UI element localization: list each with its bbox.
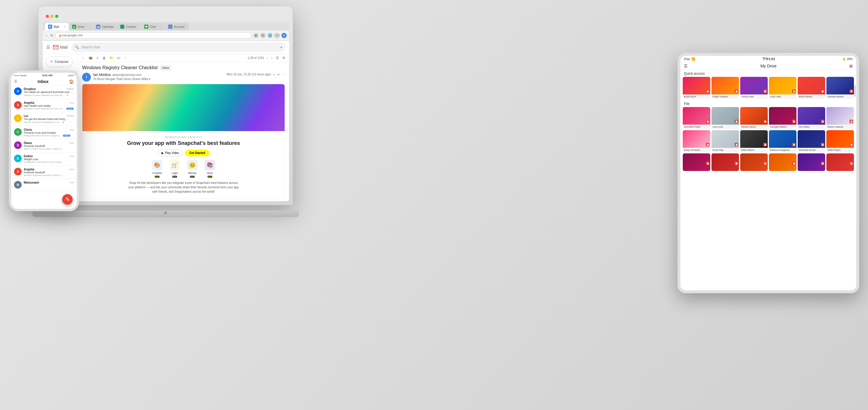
phone-email-top-a2: Angelia Sun [24, 168, 74, 171]
file-card-roger-graham[interactable]: 📄 Roger Graham [711, 77, 739, 99]
star-dropbox[interactable]: ★ [66, 93, 69, 97]
phone-email-item-liu[interactable]: L Liu 3月9日 You get the domain hotel and … [11, 112, 77, 126]
file-card-daisy[interactable]: 📄 Daisy Schwartz [683, 130, 710, 152]
phone: •••••• Carrier 9:41 AM 100% ☰ Inbox 🏠 D … [9, 70, 79, 211]
gmail-menu-icon[interactable]: ☰ [46, 45, 50, 50]
phone-menu-icon[interactable]: ☰ [14, 80, 17, 84]
browser-toolbar: ← ↻ 🔒 mail.google.com ★ ↻ 🌐 ⋮⋮⋮ U [43, 30, 289, 40]
phone-compose-button[interactable]: ✎ [62, 194, 73, 205]
phone-date-diana: Sun [70, 142, 74, 144]
phone-email-item-dropbox[interactable]: D Dropbox 3月9日 You obtain an advanced Ev… [11, 85, 77, 99]
get-started-btn[interactable]: Get Started [185, 150, 209, 156]
gmail-search-box[interactable]: 🔍 Search mail ▾ [71, 42, 285, 52]
minimize-button[interactable] [51, 14, 54, 18]
tab-mail-close[interactable]: × [64, 25, 66, 28]
phone-subject-angelia2: Prevents Dandruff [24, 171, 74, 174]
close-button[interactable] [46, 14, 49, 18]
star-btn[interactable]: ☆ [273, 73, 276, 77]
file-card-rachel[interactable]: 📄 Rachel Garza [740, 107, 768, 129]
file-name-belle: Belle Nelson [740, 148, 768, 152]
file-card-henrietta[interactable]: 📄 Henrietta Fisher [683, 107, 710, 129]
compose-button[interactable]: + Compose [46, 56, 73, 67]
lock-icon: 🔒 [58, 34, 62, 37]
file-card-georgia[interactable]: 📄 Georgia Walters [769, 107, 797, 129]
file-card-row4d[interactable]: 📄 [769, 153, 797, 171]
phone-email-item-angelia2[interactable]: A Angelia Sun Prevents Dandruff Another … [11, 166, 77, 179]
next-email-btn[interactable]: › [270, 55, 273, 61]
phone-email-item-angelia1[interactable]: A Angelia Sun Hair Health and Vitality R… [11, 99, 77, 112]
file-card-sallie[interactable]: 📄 Sallie Reyes [826, 130, 854, 152]
reload-button[interactable]: ↻ [51, 33, 53, 37]
phone-home-icon[interactable]: 🏠 [69, 79, 74, 84]
file-card-trevor-ortiz[interactable]: 📄 Trevor Ortiz [740, 77, 768, 99]
tab-drive-label: Drive [78, 25, 85, 28]
email-thread: Windows Registry Cleaner Checklist Inbox… [78, 62, 289, 201]
back-button[interactable]: ← [45, 33, 49, 37]
reply-btn[interactable]: ↩ [277, 73, 280, 77]
file-card-marion[interactable]: 📄 Marion Salazar [826, 107, 854, 129]
tab-contact[interactable]: 👤 Contact [117, 23, 141, 30]
apps-icon[interactable]: ⋮⋮⋮ [274, 33, 280, 38]
phone-email-item-diana[interactable]: D Diana Sun Prevents Dandruff water is t… [11, 139, 77, 152]
tablet-grid-icon[interactable]: ⊞ [849, 64, 853, 68]
file-card-rebecca[interactable]: 📄 Rebecca Singleton [769, 130, 797, 152]
more-btn[interactable]: ⋮ [123, 55, 128, 61]
file-name-roxie: Roxie Ray [711, 148, 739, 152]
file-card-row4c[interactable]: 📄 [740, 153, 768, 171]
tablet-scrollbar[interactable] [855, 85, 856, 97]
play-video-btn[interactable]: ▶ Play Video [158, 150, 183, 156]
phone-sender-liu: Liu [24, 114, 28, 118]
phone-email-content-diana: Diana Sun Prevents Dandruff water is tha… [24, 141, 74, 150]
bookmark-icon[interactable]: ★ [253, 33, 258, 38]
phone-email-item-esther[interactable]: E Esther Sun Weight Loss metabolism, whi… [11, 152, 77, 166]
move-btn[interactable]: 📁 [108, 55, 114, 61]
file-card-ora[interactable]: 📄 Ora Gibbs [798, 107, 825, 129]
address-bar[interactable]: 🔒 mail.google.com [55, 32, 251, 39]
file-card-bryan-bush[interactable]: 📄 Bryan Bush [683, 77, 710, 99]
file-card-row4b[interactable]: 📄 [711, 153, 739, 171]
snap-feature-login: 🛒 Login KIT [169, 160, 180, 178]
tab-chat[interactable]: 💬 Chat [141, 23, 165, 30]
file-card-gertrude[interactable]: 📄 Gertrude Munoz [798, 130, 825, 152]
tab-account[interactable]: 🔒 Account [165, 23, 189, 30]
archive-btn[interactable]: 📦 [88, 55, 94, 61]
more-actions-btn[interactable]: ⋮ [282, 73, 285, 77]
file-card-belle[interactable]: 📄 Belle Nelson [740, 130, 768, 152]
star-liu[interactable]: ★ [62, 120, 64, 124]
phone-email-item-cloris[interactable]: C Cloris Sun Prevents Acne and Pimples R… [11, 126, 77, 139]
snap-promo-email: INTRODUCING SNAP KIT Grow your app with … [82, 84, 285, 201]
prev-email-btn[interactable]: ‹ [266, 55, 269, 61]
file-card-elmer-brown[interactable]: 📄 Elmer Brown [798, 77, 825, 99]
to-dropdown-icon[interactable]: ▾ [149, 78, 150, 81]
maximize-button[interactable] [55, 14, 58, 18]
file-card-row4f[interactable]: 📄 [826, 153, 854, 171]
file-name-leon: Leon Little [769, 94, 797, 99]
phone-date-esther: Sun [70, 155, 74, 157]
file-card-row4e[interactable]: 📄 [798, 153, 825, 171]
tablet-menu-icon[interactable]: ☰ [684, 64, 688, 68]
settings-btn[interactable]: ⚙ [281, 55, 286, 61]
file-card-row4a[interactable]: 📄 [683, 153, 710, 171]
file-card-roxie[interactable]: 📄 Roxie Ray [711, 130, 739, 152]
tab-drive[interactable]: ▲ Drive [69, 23, 93, 30]
file-card-leon-little[interactable]: 📄 Leon Little [769, 77, 797, 99]
delete-btn[interactable]: 🗑 [102, 55, 107, 61]
pdf-badge-rebecca: 📄 [792, 143, 796, 146]
phone-email-item-matsunami[interactable]: M Matsunami Sun [11, 179, 77, 191]
user-avatar[interactable]: U [281, 33, 287, 38]
label-btn[interactable]: 🏷 [116, 55, 121, 61]
back-email-btn[interactable]: ← [81, 55, 86, 61]
globe-icon[interactable]: 🌐 [267, 33, 273, 38]
phone-preview-diana: water is that it encirculation, which is… [24, 148, 74, 150]
tab-mail[interactable]: M Mail × [45, 23, 69, 30]
file-card-franklin-bowen[interactable]: 📄 Franklin Bowen [826, 77, 854, 99]
phone-avatar-angelia2: A [14, 168, 22, 175]
view-btn[interactable]: ☰ [275, 55, 280, 61]
search-dropdown-icon[interactable]: ▾ [281, 46, 282, 49]
file-card-lora[interactable]: 📄 Lora Lane [711, 107, 739, 129]
sender-name: Ian Medina [93, 73, 111, 77]
tab-calendar[interactable]: 📅 Calendar [93, 23, 117, 30]
refresh-icon[interactable]: ↻ [260, 33, 266, 38]
phone-preview-cloris: Respected users that the coupons ... Inb… [24, 134, 74, 137]
spam-btn[interactable]: ⚠ [95, 55, 100, 61]
